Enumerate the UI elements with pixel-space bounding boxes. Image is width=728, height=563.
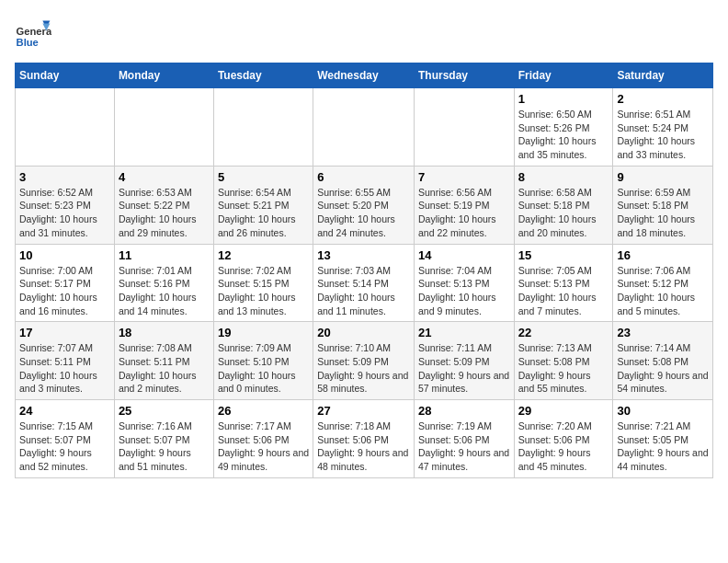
calendar-cell [414,88,514,167]
day-info: Sunrise: 7:03 AM Sunset: 5:14 PM Dayligh… [317,264,410,318]
day-info: Sunrise: 7:00 AM Sunset: 5:17 PM Dayligh… [19,264,110,318]
day-number: 10 [19,248,110,262]
calendar-cell: 14Sunrise: 7:04 AM Sunset: 5:13 PM Dayli… [414,244,514,322]
day-info: Sunrise: 7:21 AM Sunset: 5:05 PM Dayligh… [617,419,709,474]
day-info: Sunrise: 7:16 AM Sunset: 5:07 PM Dayligh… [119,419,210,474]
calendar-cell: 19Sunrise: 7:09 AM Sunset: 5:10 PM Dayli… [213,322,313,400]
calendar-cell: 23Sunrise: 7:14 AM Sunset: 5:08 PM Dayli… [613,322,713,400]
day-info: Sunrise: 6:55 AM Sunset: 5:20 PM Dayligh… [317,186,410,240]
weekday-header: Saturday [613,63,713,88]
day-info: Sunrise: 7:06 AM Sunset: 5:12 PM Dayligh… [617,264,709,318]
day-number: 27 [317,404,410,418]
day-info: Sunrise: 7:19 AM Sunset: 5:06 PM Dayligh… [418,419,510,474]
day-info: Sunrise: 6:59 AM Sunset: 5:18 PM Dayligh… [617,186,709,240]
day-number: 8 [518,170,609,184]
day-number: 17 [19,326,110,339]
weekday-header: Wednesday [313,63,415,88]
day-info: Sunrise: 7:05 AM Sunset: 5:13 PM Dayligh… [518,264,609,318]
calendar-cell: 12Sunrise: 7:02 AM Sunset: 5:15 PM Dayli… [213,244,313,322]
calendar-cell [213,88,313,167]
day-number: 12 [218,248,309,262]
day-info: Sunrise: 7:09 AM Sunset: 5:10 PM Dayligh… [218,341,309,396]
day-number: 11 [119,248,210,262]
calendar-cell: 27Sunrise: 7:18 AM Sunset: 5:06 PM Dayli… [313,400,415,478]
day-info: Sunrise: 6:50 AM Sunset: 5:26 PM Dayligh… [518,108,609,162]
day-info: Sunrise: 6:58 AM Sunset: 5:18 PM Dayligh… [518,186,609,240]
calendar-cell: 28Sunrise: 7:19 AM Sunset: 5:06 PM Dayli… [414,400,514,478]
weekday-header: Sunday [16,63,115,88]
calendar-week-row: 1Sunrise: 6:50 AM Sunset: 5:26 PM Daylig… [16,88,713,167]
calendar-cell: 6Sunrise: 6:55 AM Sunset: 5:20 PM Daylig… [313,166,415,244]
day-info: Sunrise: 7:17 AM Sunset: 5:06 PM Dayligh… [218,419,309,474]
day-info: Sunrise: 7:01 AM Sunset: 5:16 PM Dayligh… [119,264,210,318]
day-number: 30 [617,404,709,418]
day-number: 6 [317,170,410,184]
calendar-week-row: 24Sunrise: 7:15 AM Sunset: 5:07 PM Dayli… [16,400,713,478]
day-number: 24 [19,404,110,418]
day-number: 19 [218,326,309,339]
calendar-cell: 8Sunrise: 6:58 AM Sunset: 5:18 PM Daylig… [514,166,613,244]
calendar-cell: 17Sunrise: 7:07 AM Sunset: 5:11 PM Dayli… [16,322,115,400]
day-number: 14 [418,248,510,262]
calendar-cell: 21Sunrise: 7:11 AM Sunset: 5:09 PM Dayli… [414,322,514,400]
day-info: Sunrise: 7:07 AM Sunset: 5:11 PM Dayligh… [19,341,110,396]
day-info: Sunrise: 7:08 AM Sunset: 5:11 PM Dayligh… [119,341,210,396]
day-number: 26 [218,404,309,418]
day-number: 18 [119,326,210,339]
calendar-cell: 26Sunrise: 7:17 AM Sunset: 5:06 PM Dayli… [213,400,313,478]
day-number: 25 [119,404,210,418]
day-info: Sunrise: 7:10 AM Sunset: 5:09 PM Dayligh… [317,341,410,396]
calendar-cell [114,88,213,167]
weekday-header: Tuesday [213,63,313,88]
day-number: 3 [19,170,110,184]
calendar-week-row: 10Sunrise: 7:00 AM Sunset: 5:17 PM Dayli… [16,244,713,322]
day-info: Sunrise: 7:15 AM Sunset: 5:07 PM Dayligh… [19,419,110,474]
day-number: 13 [317,248,410,262]
day-info: Sunrise: 7:13 AM Sunset: 5:08 PM Dayligh… [518,341,609,396]
calendar-cell: 4Sunrise: 6:53 AM Sunset: 5:22 PM Daylig… [114,166,213,244]
day-info: Sunrise: 6:53 AM Sunset: 5:22 PM Dayligh… [119,186,210,240]
calendar-cell: 3Sunrise: 6:52 AM Sunset: 5:23 PM Daylig… [16,166,115,244]
calendar-week-row: 3Sunrise: 6:52 AM Sunset: 5:23 PM Daylig… [16,166,713,244]
calendar-cell: 22Sunrise: 7:13 AM Sunset: 5:08 PM Dayli… [514,322,613,400]
calendar-cell: 2Sunrise: 6:51 AM Sunset: 5:24 PM Daylig… [613,88,713,167]
day-info: Sunrise: 7:18 AM Sunset: 5:06 PM Dayligh… [317,419,410,474]
logo: General Blue [15,15,55,52]
calendar-cell: 9Sunrise: 6:59 AM Sunset: 5:18 PM Daylig… [613,166,713,244]
calendar-cell: 20Sunrise: 7:10 AM Sunset: 5:09 PM Dayli… [313,322,415,400]
calendar-cell: 15Sunrise: 7:05 AM Sunset: 5:13 PM Dayli… [514,244,613,322]
day-number: 28 [418,404,510,418]
calendar-cell: 16Sunrise: 7:06 AM Sunset: 5:12 PM Dayli… [613,244,713,322]
calendar-table: SundayMondayTuesdayWednesdayThursdayFrid… [15,63,713,478]
weekday-header-row: SundayMondayTuesdayWednesdayThursdayFrid… [16,63,713,88]
calendar-week-row: 17Sunrise: 7:07 AM Sunset: 5:11 PM Dayli… [16,322,713,400]
day-number: 15 [518,248,609,262]
svg-text:Blue: Blue [17,37,39,48]
day-number: 5 [218,170,309,184]
day-number: 21 [418,326,510,339]
day-number: 7 [418,170,510,184]
calendar-cell: 25Sunrise: 7:16 AM Sunset: 5:07 PM Dayli… [114,400,213,478]
logo-icon: General Blue [15,15,51,52]
day-number: 16 [617,248,709,262]
page-header: General Blue [15,15,713,52]
day-info: Sunrise: 6:56 AM Sunset: 5:19 PM Dayligh… [418,186,510,240]
day-info: Sunrise: 6:52 AM Sunset: 5:23 PM Dayligh… [19,186,110,240]
calendar-cell: 18Sunrise: 7:08 AM Sunset: 5:11 PM Dayli… [114,322,213,400]
day-number: 9 [617,170,709,184]
weekday-header: Friday [514,63,613,88]
calendar-cell: 30Sunrise: 7:21 AM Sunset: 5:05 PM Dayli… [613,400,713,478]
day-info: Sunrise: 7:04 AM Sunset: 5:13 PM Dayligh… [418,264,510,318]
day-info: Sunrise: 7:20 AM Sunset: 5:06 PM Dayligh… [518,419,609,474]
calendar-cell: 13Sunrise: 7:03 AM Sunset: 5:14 PM Dayli… [313,244,415,322]
day-info: Sunrise: 6:54 AM Sunset: 5:21 PM Dayligh… [218,186,309,240]
calendar-cell: 5Sunrise: 6:54 AM Sunset: 5:21 PM Daylig… [213,166,313,244]
day-info: Sunrise: 7:02 AM Sunset: 5:15 PM Dayligh… [218,264,309,318]
day-number: 29 [518,404,609,418]
day-number: 23 [617,326,709,339]
calendar-cell: 24Sunrise: 7:15 AM Sunset: 5:07 PM Dayli… [16,400,115,478]
calendar-cell: 7Sunrise: 6:56 AM Sunset: 5:19 PM Daylig… [414,166,514,244]
day-info: Sunrise: 7:11 AM Sunset: 5:09 PM Dayligh… [418,341,510,396]
weekday-header: Thursday [414,63,514,88]
calendar-cell [16,88,115,167]
